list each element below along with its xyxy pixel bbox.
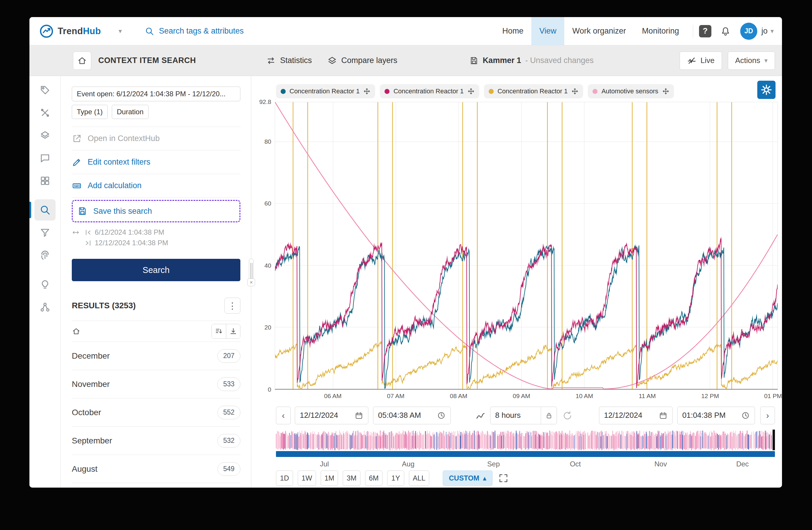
fit-timeframe-button[interactable]	[497, 471, 510, 485]
series-color-dot	[281, 89, 286, 94]
user-menu[interactable]: jo ▾	[762, 27, 782, 36]
brand-caret-icon[interactable]: ▾	[119, 27, 122, 35]
pencil-icon	[72, 157, 82, 167]
rail-model-button[interactable]	[34, 296, 56, 318]
pan-left-button[interactable]: ‹	[276, 407, 291, 424]
result-row-october[interactable]: October 552	[72, 399, 241, 427]
end-time-field[interactable]: 01:04:38 PM	[677, 407, 755, 424]
legend-chip-reactor-2[interactable]: Concentration Reactor 1	[380, 84, 479, 98]
live-button[interactable]: Live	[680, 52, 722, 70]
move-icon[interactable]	[662, 88, 669, 95]
y-tick-label: 80	[264, 138, 271, 145]
type-filter-chip[interactable]: Type (1)	[72, 105, 108, 119]
overview-strip[interactable]	[276, 430, 775, 450]
add-calculation-button[interactable]: Add calculation	[72, 174, 241, 198]
nav-monitoring[interactable]: Monitoring	[634, 17, 687, 45]
zoom-1y-button[interactable]: 1Y	[387, 471, 404, 486]
nav-home[interactable]: Home	[494, 17, 531, 45]
collapse-icon	[229, 327, 237, 335]
event-filter-chip[interactable]: Event open: 6/12/2024 1:04:38 PM - 12/12…	[72, 86, 241, 101]
plot-box	[275, 102, 778, 390]
zoom-1m-button[interactable]: 1M	[321, 471, 338, 486]
duration-field[interactable]: 8 hours	[490, 407, 557, 424]
nav-work-organizer[interactable]: Work organizer	[564, 17, 634, 45]
overview-scrollbar[interactable]	[276, 451, 775, 457]
edit-context-filters-button[interactable]: Edit context filters	[72, 151, 241, 174]
rail-layers-button[interactable]	[34, 125, 56, 146]
x-tick-label: 12 PM	[701, 392, 719, 400]
result-row-november[interactable]: November 533	[72, 370, 241, 399]
statistics-button[interactable]: Statistics	[266, 56, 312, 66]
brand-name: TrendHub	[58, 26, 101, 37]
avatar[interactable]: JD	[740, 23, 757, 40]
search-range: 6/12/2024 1:04:38 PM 12/12/2024 1:04:38 …	[72, 228, 241, 247]
sort-button[interactable]	[212, 324, 226, 338]
home-button[interactable]	[73, 52, 91, 70]
rail-tools-button[interactable]	[34, 102, 56, 123]
toolbar-right: Live Actions ▾	[680, 52, 775, 70]
calendar-icon	[354, 411, 363, 420]
actions-button[interactable]: Actions ▾	[728, 52, 775, 70]
move-icon[interactable]	[467, 88, 475, 95]
pan-right-button[interactable]: ›	[760, 407, 775, 424]
start-time-field[interactable]: 05:04:38 AM	[373, 407, 451, 424]
overview-right-handle[interactable]	[772, 430, 775, 450]
rail-tag-button[interactable]	[34, 80, 56, 101]
end-date-field[interactable]: 12/12/2024	[599, 407, 672, 424]
results-menu-button[interactable]: ⋮	[224, 298, 241, 313]
rail-filter-button[interactable]	[34, 222, 56, 243]
live-off-icon	[687, 56, 696, 65]
legend-chip-reactor-1[interactable]: Concentration Reactor 1	[276, 84, 375, 98]
chart-settings-button[interactable]	[757, 81, 775, 99]
legend-chip-reactor-3[interactable]: Concentration Reactor 1	[484, 84, 583, 98]
sort-icon	[215, 327, 223, 335]
save-this-search-button[interactable]: Save this search	[77, 201, 235, 221]
plot-canvas[interactable]	[275, 102, 778, 389]
panel-collapse-button[interactable]: ×	[247, 279, 255, 286]
result-row-september[interactable]: September 532	[72, 427, 241, 455]
y-tick-label: 40	[264, 262, 271, 269]
zoom-all-button[interactable]: ALL	[409, 471, 429, 486]
main-content: Event open: 6/12/2024 1:04:38 PM - 12/12…	[29, 76, 782, 488]
rail-comments-button[interactable]	[34, 148, 56, 169]
x-tick-label: 01 PM	[764, 392, 782, 400]
app-logo[interactable]: TrendHub ▾	[40, 24, 122, 38]
rail-fingerprint-button[interactable]	[34, 245, 56, 266]
open-contexthub-button[interactable]: Open in ContextHub	[72, 127, 241, 151]
collapse-all-button[interactable]	[226, 324, 240, 338]
save-icon[interactable]	[469, 56, 479, 65]
external-link-icon	[72, 134, 82, 144]
zoom-1d-button[interactable]: 1D	[276, 471, 293, 486]
history-button[interactable]	[561, 409, 574, 422]
month-label: Sep	[487, 460, 500, 468]
global-search-input[interactable]: Search tags & attributes	[145, 27, 244, 36]
zoom-1w-button[interactable]: 1W	[298, 471, 316, 486]
series-color-dot	[385, 89, 390, 94]
start-date-field[interactable]: 12/12/2024	[295, 407, 368, 424]
move-icon[interactable]	[363, 88, 371, 95]
zoom-6m-button[interactable]: 6M	[365, 471, 382, 486]
rail-search-button[interactable]	[34, 199, 56, 221]
search-submit-button[interactable]: Search	[72, 259, 241, 281]
zoom-custom-button[interactable]: CUSTOM ▴	[443, 471, 493, 486]
legend-chip-automotive-sensors[interactable]: Automotive sensors	[588, 84, 674, 98]
comment-icon	[40, 153, 50, 164]
help-button[interactable]: ?	[699, 25, 711, 38]
overview-canvas	[276, 430, 775, 450]
compare-layers-button[interactable]: Compare layers	[327, 56, 397, 66]
zoom-3m-button[interactable]: 3M	[343, 471, 360, 486]
du3ration-filter-chip[interactable]: Duration	[112, 105, 148, 119]
result-row-august[interactable]: August 549	[72, 455, 241, 483]
notifications-button[interactable]	[720, 26, 731, 37]
move-icon[interactable]	[571, 88, 578, 95]
nav-view[interactable]: View	[531, 17, 564, 45]
rail-insights-button[interactable]	[34, 274, 56, 295]
rail-dashboard-button[interactable]	[34, 170, 56, 191]
document-status-group: Kammer 1 - Unsaved changes	[469, 56, 594, 65]
user-caret-icon: ▾	[770, 27, 774, 35]
x-tick-label: 10 AM	[576, 392, 593, 400]
result-row-december[interactable]: December 207	[72, 342, 241, 370]
timespan-presets-button[interactable]	[474, 409, 487, 422]
lock-duration-button[interactable]	[541, 407, 557, 424]
trendhub-logo-icon	[40, 24, 54, 38]
